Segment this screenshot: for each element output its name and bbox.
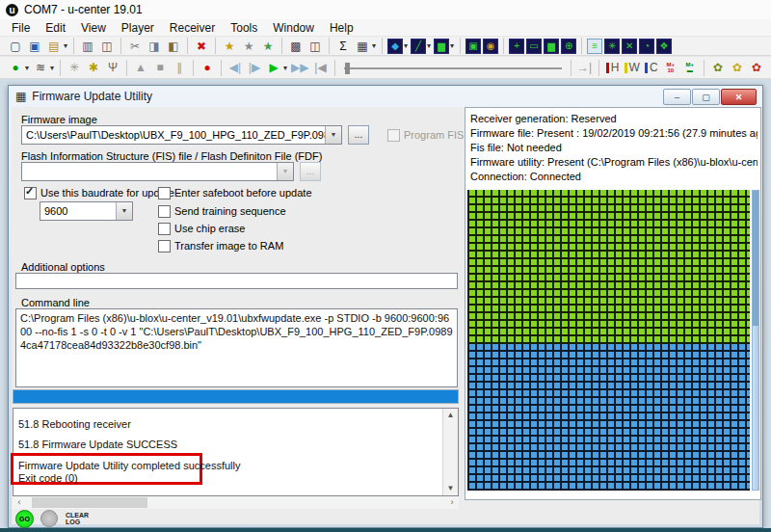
dialog-titlebar[interactable]: ▦ Firmware Update Utility – ▢ ✕ [9,86,762,107]
scroll-left-icon[interactable]: ‹ [13,496,26,509]
docking-windows-icon[interactable]: ❖ [656,39,672,54]
split-vertical-icon[interactable]: ◫ [306,38,324,55]
split-horizontal-icon[interactable]: ▩ [287,38,305,55]
new-file-icon[interactable]: ▢ [7,38,24,55]
binary-console-icon[interactable]: ✕ [622,39,637,54]
flash-map-scrollbar-thumb[interactable] [753,191,758,326]
log-output[interactable]: ▲ ▼ 51.8 Rebooting receiver51.8 Firmware… [13,408,459,496]
table-view-icon[interactable]: ▦ [354,38,371,55]
debug-messages-icon[interactable]: ✱ [85,59,102,76]
line-chart-icon-dropdown[interactable]: ▾ [427,41,431,50]
additional-options-input[interactable] [15,273,458,289]
scroll-right-icon[interactable]: › [445,496,459,509]
close-button[interactable]: ✕ [721,89,757,105]
open-file-icon-dropdown[interactable]: ▾ [64,41,67,50]
jump-to-end-icon[interactable]: →| [576,59,594,76]
jump-to-start-icon[interactable]: |◀ [312,59,330,76]
clear-log-button[interactable]: CLEAR LOG [66,512,89,525]
paste-icon[interactable]: ◧ [165,38,182,55]
open-file-icon[interactable]: ▤ [45,38,63,55]
baudrate-icon[interactable]: ≋ [32,59,49,76]
baudrate-dropdown-icon[interactable]: ▼ [116,202,132,220]
warm-start-icon[interactable]: W [624,59,641,76]
message-mplus-icon[interactable]: M+▬ [681,59,699,76]
menu-edit[interactable]: Edit [38,20,73,36]
receiver-connection-icon[interactable]: ● [7,59,24,76]
flash-map-scrollbar[interactable] [752,190,759,491]
scroll-up-icon[interactable]: ▲ [443,409,458,422]
deviation-map-icon[interactable]: ▣ [465,39,481,54]
maximize-button[interactable]: ▢ [692,89,720,105]
hot-start-icon[interactable]: H [604,59,622,76]
minimize-button[interactable]: – [663,89,691,105]
gear-green-icon[interactable]: ✿ [709,59,727,76]
table-view-icon-dropdown[interactable]: ▾ [372,41,376,50]
eject-icon[interactable]: ▲ [132,59,149,76]
print-preview-icon[interactable]: ◫ [98,38,116,55]
menu-window[interactable]: Window [265,20,322,36]
menu-player[interactable]: Player [114,20,162,36]
record-icon[interactable]: ● [199,59,216,76]
scroll-down-icon[interactable]: ▼ [443,482,458,495]
chip-erase-checkbox[interactable] [158,223,171,235]
step-back-icon[interactable]: ◀| [226,59,244,76]
line-chart-icon[interactable]: ╱ [411,39,426,54]
statistic-sum-icon[interactable]: Σ [334,38,352,55]
packet-console-icon[interactable]: ◔ [639,39,654,54]
program-fis-only-checkbox[interactable] [387,129,400,142]
play-icon[interactable]: ▶ [265,59,282,76]
package-view-icon-2[interactable]: ★ [240,38,257,55]
gear-red-icon[interactable]: ✿ [748,59,765,76]
training-sequence-checkbox[interactable] [158,205,171,218]
menu-help[interactable]: Help [322,20,361,36]
bar-chart-icon-dropdown[interactable]: ▾ [450,41,454,50]
firmware-image-combo[interactable]: C:\Users\PaulT\Desktop\UBX_F9_100_HPG_11… [21,125,342,145]
fdf-combo[interactable]: ▼ [21,162,294,181]
log-horizontal-scrollbar[interactable]: ‹ › [13,496,459,509]
gear-yellow-icon[interactable]: ✿ [729,59,746,76]
map-view-icon[interactable]: ⊕ [561,39,576,54]
receiver-connection-icon-dropdown[interactable]: ▾ [25,64,29,72]
color-chart-icon-dropdown[interactable]: ▾ [404,41,408,50]
configuration-view-icon[interactable]: ✳ [604,39,620,54]
color-chart-icon[interactable]: ◆ [387,39,403,54]
cut-icon[interactable]: ✂ [126,38,144,55]
sky-view-icon[interactable]: ◉ [483,39,498,54]
pause-icon[interactable]: ∥ [171,59,188,76]
abort-button[interactable] [40,510,58,527]
baudrate-icon-dropdown[interactable]: ▾ [50,64,54,72]
step-forward-icon[interactable]: |▶ [246,59,263,76]
cold-start-icon[interactable]: C [643,59,660,76]
play-icon-dropdown[interactable]: ▾ [283,64,287,72]
baudrate-combo[interactable]: 9600 ▼ [40,201,133,221]
go-button[interactable]: GO [15,510,34,528]
playback-position-slider[interactable] [343,59,563,76]
command-line-box[interactable]: C:\Program Files (x86)\u-blox\u-center_v… [15,308,458,387]
package-view-icon-3[interactable]: ★ [259,38,277,55]
autobauding-icon[interactable]: ✳ [66,59,83,76]
log-vertical-scrollbar[interactable]: ▲ ▼ [442,409,458,495]
package-view-icon-1[interactable]: ★ [221,38,238,55]
save-file-icon[interactable]: ▣ [26,38,43,55]
use-baudrate-checkbox[interactable] [24,187,37,200]
stop-icon[interactable]: ■ [151,59,169,76]
firmware-image-dropdown-icon[interactable]: ▼ [325,126,341,144]
exit-icon[interactable]: ✖ [193,38,210,55]
bar-chart-icon[interactable]: ▆ [434,39,449,54]
print-icon[interactable]: ▥ [79,38,96,55]
safeboot-checkbox[interactable] [158,187,171,200]
chart-view-icon[interactable]: ▆ [544,39,559,54]
menu-view[interactable]: View [73,20,114,36]
browse-firmware-button[interactable]: ... [348,125,369,145]
menu-receiver[interactable]: Receiver [162,20,223,36]
transfer-ram-checkbox[interactable] [158,240,171,253]
fast-forward-icon[interactable]: ▶▶ [290,59,309,76]
scrollbar-thumb[interactable] [32,497,147,508]
menu-tools[interactable]: Tools [223,20,265,36]
compass-view-icon[interactable]: + [509,39,524,54]
messages-view-icon[interactable]: ≡ [587,39,602,54]
copy-icon[interactable]: ◨ [146,38,163,55]
antenna-icon[interactable]: Ψ [104,59,121,76]
text-console-icon[interactable]: ▭ [526,39,542,54]
menu-file[interactable]: File [4,20,38,36]
